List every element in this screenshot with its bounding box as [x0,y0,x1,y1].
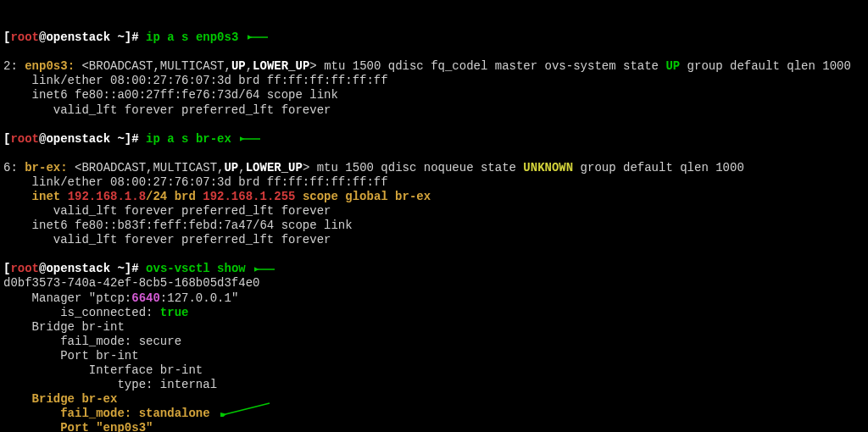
ovs-is-connected-value: true [160,306,189,319]
if-flags-start: <BROADCAST,MULTICAST, [81,59,231,73]
ovs-port-brint: Port br-int [3,349,139,363]
prompt-path: ~ [110,30,125,44]
ip-address: 192.168.1.8 [68,190,146,203]
inet6-line: inet6 fe80::a00:27ff:fe76:73d/64 scope l… [3,88,338,102]
if-name: enp0s3: [25,59,81,73]
if-detail: mtu 1500 qdisc fq_codel master ovs-syste… [324,59,665,73]
prompt-host: openstack [46,30,110,44]
arrow-diag-icon [220,402,271,417]
ovs-port-enp0s3: Port "enp0s3" [3,421,153,432]
ovs-uuid: d0bf3573-740a-42ef-8cb5-168b05d3f4e0 [3,276,259,290]
if-index: 2: [3,59,25,73]
prompt-close: ]# [125,30,146,44]
if-index: 6: [3,161,25,174]
if-state-unknown: UNKNOWN [523,161,573,174]
inet6-line: inet6 fe80::b83f:feff:febd:7a47/64 scope… [3,219,353,232]
lifetime-line: valid_lft forever preferred_lft forever [3,103,331,117]
if-name: br-ex: [25,161,75,174]
arrow-left-icon [240,134,262,144]
ovs-bridge-brint: Bridge br-int [3,320,125,334]
link-ether: link/ether 08:00:27:76:07:3d brd ff:ff:f… [3,74,388,87]
lifetime-line: valid_lft forever preferred_lft forever [3,233,331,246]
prompt-user: root [10,132,39,146]
if-state: UP [665,59,680,73]
lifetime-line: valid_lft forever preferred_lft forever [3,204,331,218]
arrow-left-icon [254,264,276,274]
ovs-iface-brint: Interface br-int [3,363,203,377]
ovs-failmode-secure: fail_mode: secure [3,335,181,348]
ovs-is-connected-label: is_connected: [3,306,160,319]
ovs-manager-label: Manager [3,291,89,305]
ip-broadcast: 192.168.1.255 [203,190,295,203]
command-1: ip a s enp0s3 [146,30,238,44]
if-flag-up: UP [231,59,246,73]
command-2: ip a s br-ex [146,132,231,146]
ovs-manager-port: 6640 [131,291,160,305]
ovs-bridge-brex: Bridge br-ex [3,392,117,406]
prompt-user: root [10,30,39,44]
if-flag-lowerup: LOWER_UP [253,59,309,73]
ovs-manager-host: 127.0.0.1" [167,291,238,305]
ovs-type-internal: type: internal [3,378,217,391]
svg-line-3 [225,403,270,414]
command-3: ovs-vsctl show [146,262,246,275]
inet-label: inet [3,190,68,203]
arrow-left-icon [248,32,270,42]
ovs-failmode-standalone: fail_mode: standalone [3,407,210,420]
link-ether: link/ether 08:00:27:76:07:3d brd ff:ff:f… [3,175,388,189]
terminal[interactable]: [root@openstack ~]# ip a s enp0s3 2: enp… [0,0,868,432]
